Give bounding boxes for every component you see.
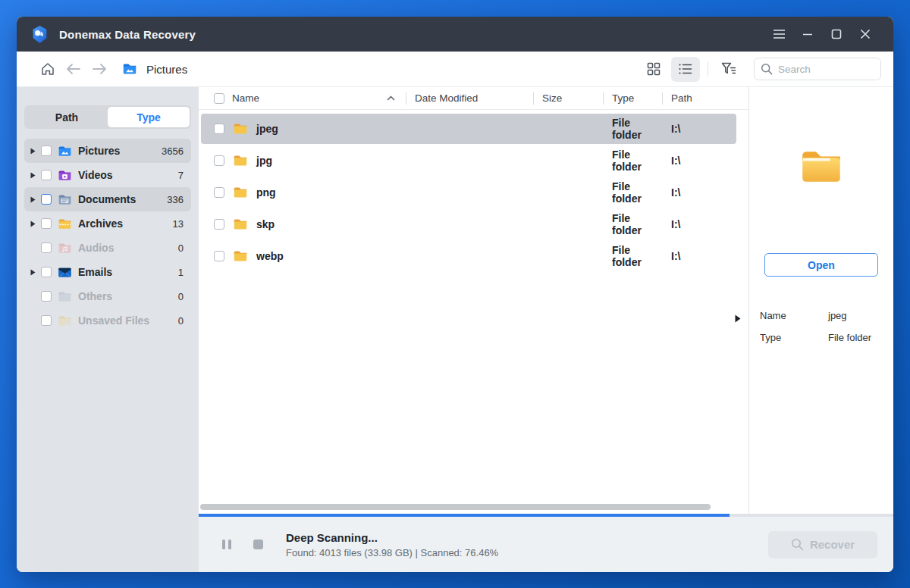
- scan-status: Deep Scanning... Found: 4013 files (33.9…: [286, 531, 498, 558]
- archives-folder-icon: [57, 216, 73, 232]
- checkbox[interactable]: [41, 194, 52, 205]
- recover-button-label: Recover: [810, 538, 855, 551]
- panel-collapse-handle[interactable]: [735, 312, 744, 324]
- list-view-icon: [679, 63, 692, 75]
- minimize-icon: [802, 29, 813, 39]
- column-header-size[interactable]: Size: [533, 87, 603, 109]
- search-input[interactable]: [754, 58, 881, 80]
- file-name: webp: [256, 250, 284, 262]
- expander-icon[interactable]: [27, 148, 38, 155]
- checkbox[interactable]: [41, 315, 52, 326]
- sidebar-item-pictures[interactable]: Pictures 3656: [24, 139, 191, 163]
- field-label: Type: [760, 332, 828, 343]
- table-row-webp[interactable]: webp File folder I:\: [199, 240, 748, 272]
- table-row-png[interactable]: png File folder I:\: [199, 177, 748, 208]
- close-icon: [860, 29, 871, 39]
- main-area: Name Date Modified Size Type Path jpeg: [199, 87, 893, 572]
- sidebar-item-label: Archives: [78, 217, 123, 230]
- recover-button[interactable]: Recover: [768, 531, 877, 558]
- app-window: Donemax Data Recovery: [17, 17, 893, 572]
- item-count: 0: [174, 315, 184, 327]
- filter-icon: [721, 62, 736, 77]
- app-title: Donemax Data Recovery: [59, 28, 196, 41]
- checkbox[interactable]: [41, 170, 52, 180]
- expander-icon[interactable]: [27, 196, 38, 203]
- file-path: I:\: [662, 250, 748, 262]
- file-rows: jpeg File folder I:\ jpg File folder I:\: [199, 110, 748, 272]
- tab-path[interactable]: Path: [26, 107, 108, 127]
- open-button[interactable]: Open: [764, 253, 878, 277]
- row-checkbox[interactable]: [214, 251, 224, 261]
- item-count: 7: [174, 170, 184, 181]
- file-list: Name Date Modified Size Type Path jpeg: [199, 87, 748, 514]
- checkbox[interactable]: [41, 242, 52, 253]
- column-header-path[interactable]: Path: [662, 87, 748, 109]
- scan-status-title: Deep Scanning...: [286, 531, 498, 544]
- table-row-skp[interactable]: skp File folder I:\: [199, 208, 748, 240]
- maximize-button[interactable]: [822, 17, 851, 52]
- back-button[interactable]: [62, 58, 85, 80]
- tab-type[interactable]: Type: [108, 107, 190, 127]
- app-body: Path Type Pictures 3656 Videos 7: [17, 87, 893, 572]
- row-checkbox[interactable]: [214, 219, 224, 230]
- menu-button[interactable]: [764, 17, 793, 52]
- file-type: File folder: [603, 212, 662, 236]
- sidebar-item-documents[interactable]: Documents 336: [24, 187, 191, 211]
- checkbox[interactable]: [41, 145, 52, 156]
- column-header-name[interactable]: Name: [199, 87, 406, 109]
- item-count: 3656: [157, 145, 184, 157]
- file-type: File folder: [603, 117, 662, 141]
- preview-folder-icon: [796, 142, 846, 186]
- grid-view-icon: [647, 62, 661, 76]
- home-button[interactable]: [36, 58, 59, 80]
- file-type: File folder: [603, 244, 662, 268]
- breadcrumb-label: Pictures: [146, 63, 187, 76]
- title-bar: Donemax Data Recovery: [17, 17, 893, 52]
- column-header-date-modified[interactable]: Date Modified: [406, 87, 533, 109]
- list-view-button[interactable]: [671, 57, 700, 82]
- maximize-icon: [831, 29, 842, 39]
- sidebar-item-videos[interactable]: Videos 7: [24, 163, 191, 187]
- item-count: 0: [174, 291, 184, 302]
- videos-folder-icon: [57, 167, 73, 183]
- select-all-checkbox[interactable]: [214, 93, 224, 104]
- expander-icon[interactable]: [27, 172, 38, 179]
- expander-icon: [27, 245, 38, 252]
- sidebar-item-unsaved-files[interactable]: Unsaved Files 0: [24, 308, 191, 333]
- sidebar-item-archives[interactable]: Archives 13: [24, 211, 191, 236]
- horizontal-scrollbar[interactable]: [200, 504, 711, 510]
- expander-icon[interactable]: [27, 220, 38, 227]
- field-name: Name jpeg: [760, 310, 883, 321]
- row-checkbox[interactable]: [214, 124, 224, 134]
- field-value: jpeg: [828, 310, 847, 321]
- forward-button[interactable]: [88, 58, 111, 80]
- pause-button[interactable]: [219, 537, 234, 552]
- row-checkbox[interactable]: [214, 155, 224, 166]
- audios-folder-icon: [57, 240, 73, 256]
- field-label: Name: [760, 310, 828, 321]
- checkbox[interactable]: [41, 267, 52, 277]
- sidebar-tabs: Path Type: [24, 105, 191, 129]
- item-count: 336: [162, 194, 184, 205]
- sidebar-item-label: Documents: [78, 193, 136, 205]
- grid-view-button[interactable]: [639, 57, 668, 82]
- close-button[interactable]: [851, 17, 880, 52]
- checkbox[interactable]: [41, 291, 52, 302]
- stop-button[interactable]: [250, 537, 265, 552]
- sidebar-item-others[interactable]: Others 0: [24, 284, 191, 308]
- expander-icon[interactable]: [27, 269, 38, 276]
- hamburger-icon: [773, 29, 786, 39]
- column-header-type[interactable]: Type: [603, 87, 662, 109]
- sidebar-item-label: Videos: [78, 169, 113, 181]
- file-name: jpg: [256, 155, 272, 167]
- checkbox[interactable]: [41, 218, 52, 229]
- minimize-button[interactable]: [793, 17, 822, 52]
- sidebar-item-audios[interactable]: Audios 0: [24, 236, 191, 260]
- filter-button[interactable]: [717, 58, 740, 80]
- sidebar-item-label: Unsaved Files: [78, 314, 149, 327]
- table-row-jpg[interactable]: jpg File folder I:\: [199, 145, 748, 177]
- sidebar-item-emails[interactable]: Emails 1: [24, 260, 191, 284]
- table-row-jpeg[interactable]: jpeg File folder I:\: [199, 113, 748, 145]
- row-checkbox[interactable]: [214, 187, 224, 198]
- sidebar-item-label: Emails: [78, 266, 112, 278]
